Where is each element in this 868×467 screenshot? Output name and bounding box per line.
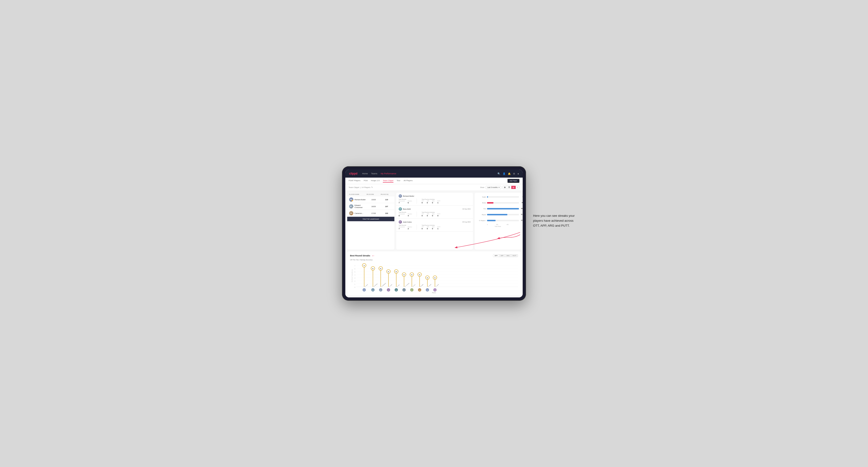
col-header-score: PB SCORE (367, 194, 381, 195)
nav-teams[interactable]: Teams (371, 172, 377, 175)
svg-text:6: 6 (354, 268, 355, 270)
ott-stat: OTT 0 (422, 200, 424, 204)
grid-view-btn[interactable]: ⊞ (503, 186, 507, 189)
stat-player-name: RB Rees Britt 02 Sep 2023 (399, 207, 470, 211)
edit-team-icon[interactable]: ✎ (371, 186, 373, 188)
bar-track: 311 (487, 214, 519, 215)
table-row[interactable]: EC 2 Edward Crossman 18/20 107 (347, 203, 394, 210)
bar-fill (487, 214, 507, 215)
player-info: RB 1 Richard Butler (349, 197, 367, 201)
player-score: 19/20 (367, 198, 381, 201)
nav-home[interactable]: Home (362, 172, 368, 175)
svg-text:6x: 6x (372, 268, 374, 269)
list-view-btn[interactable]: ☰ (507, 186, 512, 189)
tab-putt[interactable]: PUTT (511, 254, 518, 257)
svg-text:BM: BM (372, 290, 374, 291)
streaks-section: Best Round Streaks ← OTT APP ARG PUTT (347, 251, 521, 295)
bar-fill (487, 202, 493, 204)
view-full-leaderboard-button[interactable]: View Full Leaderboard (347, 217, 394, 221)
putt-stat: PUTT 1 (437, 200, 440, 204)
bar-fill (487, 196, 488, 198)
player-info: EC 2 Edward Crossman (349, 204, 367, 209)
tab-arg[interactable]: ARG (505, 254, 511, 257)
practice-activity-row: OTT 0 APP 0 (422, 200, 440, 204)
export-btn[interactable]: ↑ (516, 186, 519, 189)
bar-fill (487, 220, 496, 221)
svg-text:5x: 5x (388, 271, 389, 272)
tab-ott[interactable]: OTT (493, 254, 499, 257)
user-icon[interactable]: 👤 (503, 173, 505, 175)
svg-text:4x: 4x (403, 274, 405, 276)
svg-text:EC: EC (403, 290, 405, 291)
stat-sub-row: Tournament 7 Practice 6 (399, 200, 412, 204)
stat-date: 02 Sep 2023 (463, 208, 470, 210)
bar-row-birdies: Birdies 96 (477, 202, 519, 204)
svg-text:2: 2 (354, 280, 355, 282)
table-row[interactable]: CA 3 Cameron... 17/20 103 (347, 210, 394, 217)
tab-app[interactable]: APP (499, 254, 505, 257)
bar-row-eagles: Eagles 3 (477, 196, 519, 198)
player-name: Edward Crossman (354, 204, 367, 209)
period-dropdown[interactable]: Last 3 months ▾ (486, 186, 501, 189)
svg-text:DB: DB (380, 290, 381, 291)
total-rounds-block: Total Rounds Tournament 7 Practice (399, 198, 412, 204)
bar-value: 3 (522, 196, 523, 197)
svg-text:1: 1 (354, 283, 355, 285)
x-label: 0 (487, 224, 488, 225)
nav-icons: 🔍 👤 🔔 ⚙ ● (497, 173, 519, 175)
player-stat-row: RB Richard Butler Total Rounds (396, 193, 473, 206)
practice-stat: Practice 6 (408, 200, 412, 204)
badge-bronze: 3 (352, 214, 353, 215)
settings-icon[interactable]: ⚙ (513, 173, 515, 175)
add-team-button[interactable]: Add Team (507, 179, 519, 183)
bar-row-pars: Pars 499 (477, 208, 519, 210)
sub-nav-pgat[interactable]: PGAT Players (349, 179, 361, 183)
practice-activities-block: Total Practice Activities OTT 0 APP (422, 198, 440, 204)
bar-label: Birdies (477, 202, 486, 204)
bar-value: 131 (521, 220, 523, 221)
svg-text:6x: 6x (380, 268, 381, 269)
table-row[interactable]: RB 1 Richard Butler 19/20 110 (347, 196, 394, 203)
stat-divider (416, 198, 417, 204)
sub-nav-links: PGAT Players PGA Hcaps 1-5 Team Clippd T… (349, 179, 507, 183)
player-stat-row: RB Rees Britt 02 Sep 2023 Total Rounds (396, 206, 473, 219)
player-stat-row: JC Josh Coles 26 Aug 2023 Total Rounds (396, 219, 473, 231)
team-header: Team Clippd | 14 Players ✎ Show Last 3 m… (345, 184, 523, 191)
sub-nav-all-players[interactable]: All Players (404, 179, 412, 183)
total-rounds-label: Total Rounds (399, 198, 412, 200)
nav-my-performance[interactable]: My Performance (381, 172, 396, 175)
x-label: 400 (507, 224, 508, 225)
sub-nav-hcaps[interactable]: Hcaps 1-5 (371, 179, 379, 183)
player-name: Richard Butler (354, 198, 366, 201)
sub-nav-team-clippd[interactable]: Team Clippd (383, 179, 393, 183)
sub-nav-pga[interactable]: PGA (364, 179, 368, 183)
leaderboard-header: PLAYER NAME PB SCORE PB AVG SQ (347, 193, 394, 196)
bar-value: 311 (521, 214, 523, 215)
svg-text:E. Ebert: E. Ebert (365, 284, 368, 287)
stat-date: 26 Aug 2023 (462, 221, 470, 223)
svg-text:7x: 7x (364, 265, 365, 266)
bar-chart: Eagles 3 Birdies (477, 195, 519, 223)
svg-text:5x: 5x (396, 271, 397, 272)
card-view-btn[interactable]: ▤ (512, 186, 516, 189)
svg-text:J. Coles: J. Coles (389, 284, 392, 287)
bar-row-dbogeys: D. Bogeys + 131 (477, 220, 519, 221)
svg-text:4x: 4x (411, 274, 412, 276)
col-header-avg: PB AVG SQ (381, 194, 393, 195)
search-icon[interactable]: 🔍 (497, 173, 500, 175)
bell-icon[interactable]: 🔔 (508, 173, 511, 175)
player-avg: 110 (381, 198, 393, 201)
stat-player-name: JC Josh Coles 26 Aug 2023 (399, 220, 470, 224)
x-label: 200 (496, 224, 498, 225)
avatar: EC 2 (349, 204, 353, 209)
svg-text:CQ: CQ (434, 290, 436, 291)
arrow-indicator: ← (372, 254, 375, 257)
sub-nav-tour[interactable]: Tour (397, 179, 401, 183)
team-title: Team Clippd | 14 Players ✎ (349, 186, 373, 188)
leaderboard-panel: PLAYER NAME PB SCORE PB AVG SQ RB 1 (347, 193, 394, 250)
svg-text:5: 5 (354, 271, 355, 273)
bar-chart-panel: Eagles 3 Birdies (475, 193, 521, 250)
svg-text:D. Ford: D. Ford (412, 284, 415, 287)
profile-icon[interactable]: ● (518, 173, 519, 175)
bar-label: Bogeys (477, 214, 486, 215)
